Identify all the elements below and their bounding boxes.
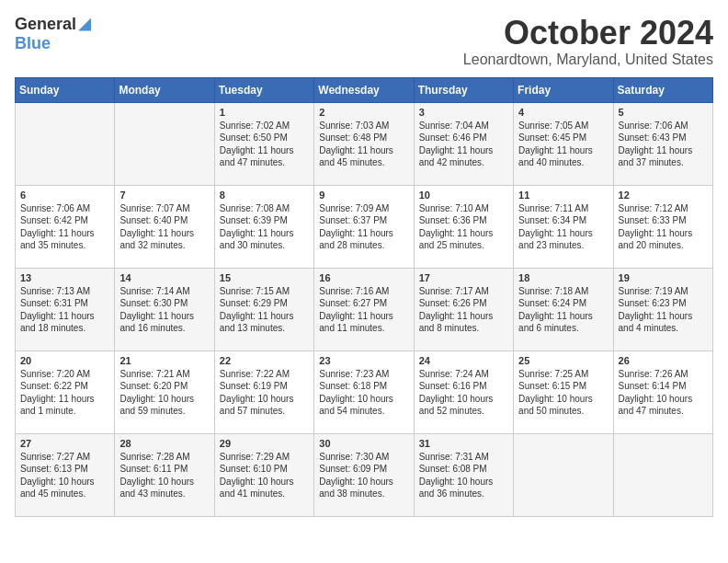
day-number: 16	[319, 272, 408, 283]
day-number: 6	[20, 190, 109, 201]
day-number: 30	[319, 438, 408, 449]
calendar-cell: 15Sunrise: 7:15 AM Sunset: 6:29 PM Dayli…	[214, 268, 313, 350]
title-section: October 2024 Leonardtown, Maryland, Unit…	[463, 15, 713, 68]
cell-info: Sunrise: 7:23 AM Sunset: 6:18 PM Dayligh…	[319, 368, 408, 418]
calendar-cell: 2Sunrise: 7:03 AM Sunset: 6:48 PM Daylig…	[314, 102, 414, 185]
day-number: 11	[518, 190, 608, 201]
logo: General Blue	[15, 15, 91, 53]
cell-info: Sunrise: 7:19 AM Sunset: 6:23 PM Dayligh…	[619, 285, 708, 335]
cell-info: Sunrise: 7:09 AM Sunset: 6:37 PM Dayligh…	[319, 202, 408, 252]
cell-info: Sunrise: 7:15 AM Sunset: 6:29 PM Dayligh…	[220, 285, 309, 335]
cell-info: Sunrise: 7:28 AM Sunset: 6:11 PM Dayligh…	[119, 451, 209, 500]
header-day-tuesday: Tuesday	[214, 77, 313, 102]
calendar-cell: 11Sunrise: 7:11 AM Sunset: 6:34 PM Dayli…	[514, 185, 613, 268]
page-header: General Blue October 2024 Leonardtown, M…	[15, 15, 713, 68]
day-number: 1	[220, 107, 309, 118]
calendar-cell: 8Sunrise: 7:08 AM Sunset: 6:39 PM Daylig…	[214, 185, 313, 268]
cell-info: Sunrise: 7:10 AM Sunset: 6:36 PM Dayligh…	[419, 202, 508, 252]
calendar-cell: 28Sunrise: 7:28 AM Sunset: 6:11 PM Dayli…	[115, 433, 214, 516]
day-number: 12	[619, 190, 708, 201]
day-number: 13	[20, 272, 109, 283]
day-number: 25	[518, 355, 608, 366]
cell-info: Sunrise: 7:02 AM Sunset: 6:50 PM Dayligh…	[220, 120, 309, 169]
day-number: 23	[319, 355, 408, 366]
logo-blue: Blue	[15, 34, 51, 53]
cell-info: Sunrise: 7:08 AM Sunset: 6:39 PM Dayligh…	[220, 202, 309, 252]
calendar-cell: 9Sunrise: 7:09 AM Sunset: 6:37 PM Daylig…	[314, 185, 414, 268]
day-number: 29	[220, 438, 309, 449]
cell-info: Sunrise: 7:26 AM Sunset: 6:14 PM Dayligh…	[619, 368, 708, 418]
header-day-thursday: Thursday	[414, 77, 513, 102]
calendar-week-4: 20Sunrise: 7:20 AM Sunset: 6:22 PM Dayli…	[16, 350, 713, 433]
day-number: 9	[319, 190, 408, 201]
cell-info: Sunrise: 7:27 AM Sunset: 6:13 PM Dayligh…	[20, 451, 109, 500]
cell-info: Sunrise: 7:05 AM Sunset: 6:45 PM Dayligh…	[518, 120, 608, 169]
calendar-week-1: 1Sunrise: 7:02 AM Sunset: 6:50 PM Daylig…	[16, 102, 713, 185]
logo-icon	[78, 18, 91, 31]
cell-info: Sunrise: 7:24 AM Sunset: 6:16 PM Dayligh…	[419, 368, 508, 418]
calendar-cell: 10Sunrise: 7:10 AM Sunset: 6:36 PM Dayli…	[414, 185, 513, 268]
day-number: 14	[119, 272, 209, 283]
header-day-wednesday: Wednesday	[314, 77, 414, 102]
calendar-cell: 24Sunrise: 7:24 AM Sunset: 6:16 PM Dayli…	[414, 350, 513, 433]
day-number: 28	[119, 438, 209, 449]
calendar-body: 1Sunrise: 7:02 AM Sunset: 6:50 PM Daylig…	[16, 102, 713, 516]
calendar-cell: 3Sunrise: 7:04 AM Sunset: 6:46 PM Daylig…	[414, 102, 513, 185]
calendar-week-5: 27Sunrise: 7:27 AM Sunset: 6:13 PM Dayli…	[16, 433, 713, 516]
day-number: 21	[119, 355, 209, 366]
day-number: 31	[419, 438, 508, 449]
header-day-sunday: Sunday	[16, 77, 115, 102]
calendar-cell: 13Sunrise: 7:13 AM Sunset: 6:31 PM Dayli…	[16, 268, 115, 350]
calendar-cell	[514, 433, 613, 516]
calendar-cell	[613, 433, 712, 516]
cell-info: Sunrise: 7:18 AM Sunset: 6:24 PM Dayligh…	[518, 285, 608, 335]
cell-info: Sunrise: 7:21 AM Sunset: 6:20 PM Dayligh…	[119, 368, 209, 418]
day-number: 7	[119, 190, 209, 201]
calendar-cell: 1Sunrise: 7:02 AM Sunset: 6:50 PM Daylig…	[214, 102, 313, 185]
calendar-week-3: 13Sunrise: 7:13 AM Sunset: 6:31 PM Dayli…	[16, 268, 713, 350]
cell-info: Sunrise: 7:11 AM Sunset: 6:34 PM Dayligh…	[518, 202, 608, 252]
cell-info: Sunrise: 7:22 AM Sunset: 6:19 PM Dayligh…	[220, 368, 309, 418]
day-number: 17	[419, 272, 508, 283]
cell-info: Sunrise: 7:31 AM Sunset: 6:08 PM Dayligh…	[419, 451, 508, 500]
header-day-friday: Friday	[514, 77, 613, 102]
cell-info: Sunrise: 7:20 AM Sunset: 6:22 PM Dayligh…	[20, 368, 109, 418]
day-number: 4	[518, 107, 608, 118]
day-number: 20	[20, 355, 109, 366]
calendar-cell: 23Sunrise: 7:23 AM Sunset: 6:18 PM Dayli…	[314, 350, 414, 433]
day-number: 27	[20, 438, 109, 449]
calendar-cell: 25Sunrise: 7:25 AM Sunset: 6:15 PM Dayli…	[514, 350, 613, 433]
day-number: 15	[220, 272, 309, 283]
cell-info: Sunrise: 7:13 AM Sunset: 6:31 PM Dayligh…	[20, 285, 109, 335]
calendar-cell: 31Sunrise: 7:31 AM Sunset: 6:08 PM Dayli…	[414, 433, 513, 516]
calendar-title: October 2024	[463, 15, 713, 52]
cell-info: Sunrise: 7:29 AM Sunset: 6:10 PM Dayligh…	[220, 451, 309, 500]
cell-info: Sunrise: 7:07 AM Sunset: 6:40 PM Dayligh…	[119, 202, 209, 252]
calendar-cell: 5Sunrise: 7:06 AM Sunset: 6:43 PM Daylig…	[613, 102, 712, 185]
cell-info: Sunrise: 7:06 AM Sunset: 6:42 PM Dayligh…	[20, 202, 109, 252]
calendar-cell: 7Sunrise: 7:07 AM Sunset: 6:40 PM Daylig…	[115, 185, 214, 268]
calendar-cell: 14Sunrise: 7:14 AM Sunset: 6:30 PM Dayli…	[115, 268, 214, 350]
calendar-cell: 4Sunrise: 7:05 AM Sunset: 6:45 PM Daylig…	[514, 102, 613, 185]
cell-info: Sunrise: 7:04 AM Sunset: 6:46 PM Dayligh…	[419, 120, 508, 169]
calendar-cell: 29Sunrise: 7:29 AM Sunset: 6:10 PM Dayli…	[214, 433, 313, 516]
cell-info: Sunrise: 7:12 AM Sunset: 6:33 PM Dayligh…	[619, 202, 708, 252]
day-number: 8	[220, 190, 309, 201]
day-number: 26	[619, 355, 708, 366]
day-number: 10	[419, 190, 508, 201]
day-number: 19	[619, 272, 708, 283]
cell-info: Sunrise: 7:25 AM Sunset: 6:15 PM Dayligh…	[518, 368, 608, 418]
calendar-cell: 6Sunrise: 7:06 AM Sunset: 6:42 PM Daylig…	[16, 185, 115, 268]
calendar-cell: 26Sunrise: 7:26 AM Sunset: 6:14 PM Dayli…	[613, 350, 712, 433]
day-number: 2	[319, 107, 408, 118]
cell-info: Sunrise: 7:03 AM Sunset: 6:48 PM Dayligh…	[319, 120, 408, 169]
calendar-cell: 12Sunrise: 7:12 AM Sunset: 6:33 PM Dayli…	[613, 185, 712, 268]
day-number: 5	[619, 107, 708, 118]
calendar-cell: 18Sunrise: 7:18 AM Sunset: 6:24 PM Dayli…	[514, 268, 613, 350]
day-number: 22	[220, 355, 309, 366]
calendar-cell: 16Sunrise: 7:16 AM Sunset: 6:27 PM Dayli…	[314, 268, 414, 350]
day-number: 24	[419, 355, 508, 366]
cell-info: Sunrise: 7:14 AM Sunset: 6:30 PM Dayligh…	[119, 285, 209, 335]
calendar-cell	[16, 102, 115, 185]
calendar-cell: 20Sunrise: 7:20 AM Sunset: 6:22 PM Dayli…	[16, 350, 115, 433]
